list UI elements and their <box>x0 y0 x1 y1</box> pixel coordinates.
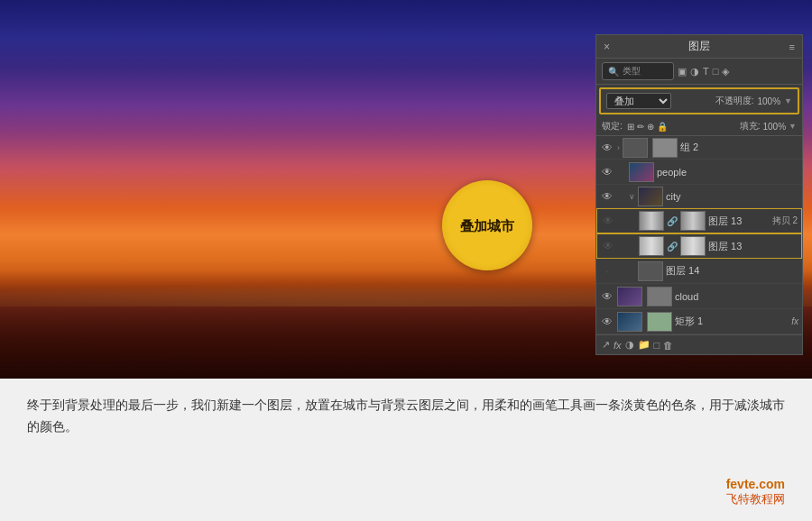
layer-name-layer13a: 图层 13 <box>708 215 770 228</box>
layer-search-box[interactable]: 🔍 类型 <box>602 62 674 80</box>
opacity-chevron[interactable]: ▼ <box>784 96 792 105</box>
go-icon[interactable]: ↗ <box>602 339 610 351</box>
layer-item-layer14[interactable]: · 图层 14 <box>596 259 802 284</box>
shape-filter-icon[interactable]: □ <box>713 66 719 77</box>
layer-name-layer13b: 图层 13 <box>708 240 798 253</box>
fill-value: 100% <box>763 122 787 132</box>
layer-name-layer14: 图层 14 <box>666 264 798 278</box>
blend-mode-select[interactable]: 叠加 <box>606 93 671 109</box>
layer-name-rect1: 矩形 1 <box>675 315 789 328</box>
eye-icon-layer13a[interactable]: 👁 <box>601 215 615 227</box>
layer-item-people[interactable]: 👁 people <box>596 160 802 185</box>
collapse-city[interactable]: ∨ <box>629 192 635 201</box>
fill-label: 填充: <box>740 120 761 133</box>
opacity-label: 不透明度: <box>715 95 754 107</box>
callout-circle: 叠加城市 <box>442 180 532 270</box>
layer-item-cloud[interactable]: 👁 cloud <box>596 284 802 309</box>
layer-item-layer13b[interactable]: 👁 🔗 图层 13 <box>596 233 802 259</box>
lock-label: 锁定: <box>602 120 623 133</box>
fx-badge-rect1: fx <box>791 316 798 326</box>
adjust-filter-icon[interactable]: ◑ <box>690 66 699 78</box>
eye-icon-people[interactable]: 👁 <box>600 166 614 178</box>
blend-mode-row: 叠加 不透明度: 100% ▼ <box>599 87 799 114</box>
panel-bottom-toolbar: ↗ fx ◑ 📁 □ 🗑 <box>596 334 802 354</box>
mask-layer13b <box>680 236 706 256</box>
fill-row: 填充: 100% ▼ <box>740 120 797 133</box>
eye-icon-group2[interactable]: 👁 <box>600 142 614 154</box>
thumb-cloud <box>617 287 642 306</box>
panel-close-button[interactable]: × <box>604 41 610 53</box>
smart-filter-icon[interactable]: ◈ <box>722 66 729 78</box>
panel-menu-icon[interactable]: ≡ <box>789 41 795 52</box>
image-area: 叠加城市 × 图层 ≡ 🔍 类型 ▣ ◑ T □ ◈ <box>0 0 812 379</box>
lock-pixel-icon[interactable]: ⊞ <box>627 122 634 132</box>
chain-layer13a: 🔗 <box>667 216 678 226</box>
layers-panel: × 图层 ≡ 🔍 类型 ▣ ◑ T □ ◈ <box>595 34 803 355</box>
eye-icon-rect1[interactable]: 👁 <box>600 315 614 328</box>
thumb-group2 <box>623 138 648 158</box>
eye-icon-layer13b[interactable]: 👁 <box>601 240 615 252</box>
mask-layer13a <box>680 211 706 231</box>
eye-icon-layer14[interactable]: · <box>600 265 614 278</box>
layer-name-cloud: cloud <box>675 291 798 302</box>
mask-group2 <box>652 138 678 158</box>
thumb-people <box>629 162 654 182</box>
layer-group2[interactable]: 👁 › 组 2 <box>596 136 802 160</box>
layer-name-group2: 组 2 <box>680 141 798 154</box>
mask-rect1 <box>647 312 672 332</box>
lock-icons: ⊞ ✏ ⊕ 🔒 <box>627 122 668 132</box>
type-filter-icon[interactable]: T <box>703 66 709 77</box>
lock-position-icon[interactable]: ⊕ <box>647 122 654 132</box>
panel-title: 图层 <box>688 39 710 54</box>
search-icon: 🔍 <box>608 67 619 77</box>
pixel-filter-icon[interactable]: ▣ <box>678 66 687 78</box>
thumb-rect1 <box>617 312 642 332</box>
description-text: 终于到背景处理的最后一步，我们新建一个图层，放置在城市与背景云图层之间，用柔和的… <box>27 395 785 438</box>
group-icon[interactable]: 📁 <box>638 339 651 351</box>
panel-search-row: 🔍 类型 ▣ ◑ T □ ◈ <box>596 59 802 85</box>
watermark-url: fevte.com <box>726 477 785 491</box>
layer-group-city[interactable]: 👁 ∨ city <box>596 185 802 208</box>
layer-name-city: city <box>666 191 798 202</box>
layers-list: 👁 › 组 2 👁 people 👁 ∨ <box>596 136 802 334</box>
main-container: 叠加城市 × 图层 ≡ 🔍 类型 ▣ ◑ T □ ◈ <box>0 0 812 447</box>
filter-icons: ▣ ◑ T □ ◈ <box>678 66 729 78</box>
lock-all-icon[interactable]: 🔒 <box>657 122 668 132</box>
badge-layer13a: 拷贝 2 <box>772 215 798 227</box>
layer-item-layer13a[interactable]: 👁 🔗 图层 13 拷贝 2 <box>596 208 802 233</box>
fill-chevron[interactable]: ▼ <box>789 122 797 131</box>
panel-header: × 图层 ≡ <box>596 35 802 59</box>
thumb-layer14 <box>638 261 663 281</box>
fx-icon[interactable]: fx <box>614 340 622 351</box>
lock-paint-icon[interactable]: ✏ <box>637 122 644 132</box>
delete-icon[interactable]: 🗑 <box>663 340 673 351</box>
opacity-value: 100% <box>758 96 781 106</box>
opacity-row: 不透明度: 100% ▼ <box>675 95 792 107</box>
thumb-layer13a <box>639 211 664 231</box>
layer-item-rect1[interactable]: 👁 矩形 1 fx <box>596 309 802 334</box>
eye-icon-city[interactable]: 👁 <box>600 190 614 203</box>
text-area: 终于到背景处理的最后一步，我们新建一个图层，放置在城市与背景云图层之间，用柔和的… <box>0 379 812 447</box>
thumb-layer13b <box>639 236 664 256</box>
watermark-site: 飞特教程网 <box>726 491 785 507</box>
eye-icon-cloud[interactable]: 👁 <box>600 290 614 303</box>
lock-row: 锁定: ⊞ ✏ ⊕ 🔒 填充: 100% ▼ <box>596 117 802 136</box>
mask-cloud <box>647 287 672 306</box>
new-layer-icon[interactable]: □ <box>654 340 660 351</box>
collapse-group2[interactable]: › <box>617 143 620 152</box>
thumb-city <box>638 187 663 206</box>
search-type-label: 类型 <box>623 65 641 78</box>
watermark: fevte.com 飞特教程网 <box>726 477 785 507</box>
mask-icon[interactable]: ◑ <box>625 339 634 351</box>
layer-name-people: people <box>657 167 798 178</box>
callout-text: 叠加城市 <box>460 216 514 235</box>
chain-layer13b: 🔗 <box>667 242 678 251</box>
